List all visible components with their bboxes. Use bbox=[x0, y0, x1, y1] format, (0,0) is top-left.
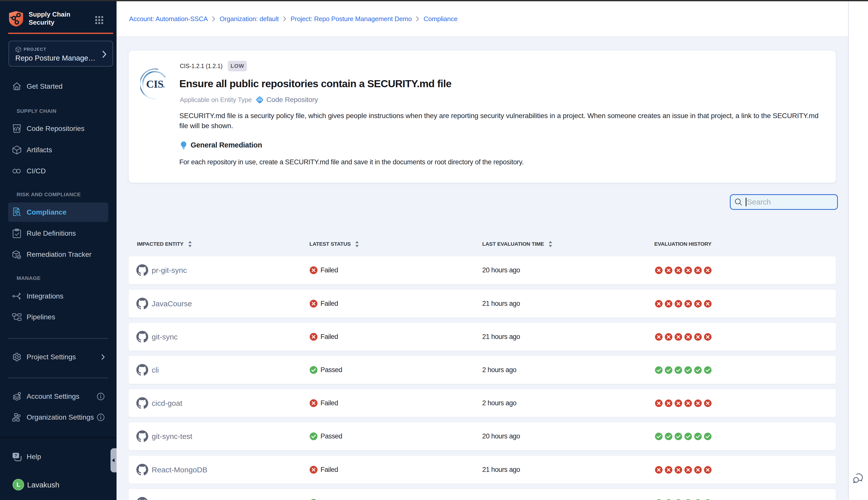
svg-text:</>: </> bbox=[257, 98, 262, 102]
svg-text:?: ? bbox=[14, 454, 17, 458]
svg-text:CIS: CIS bbox=[146, 78, 163, 90]
